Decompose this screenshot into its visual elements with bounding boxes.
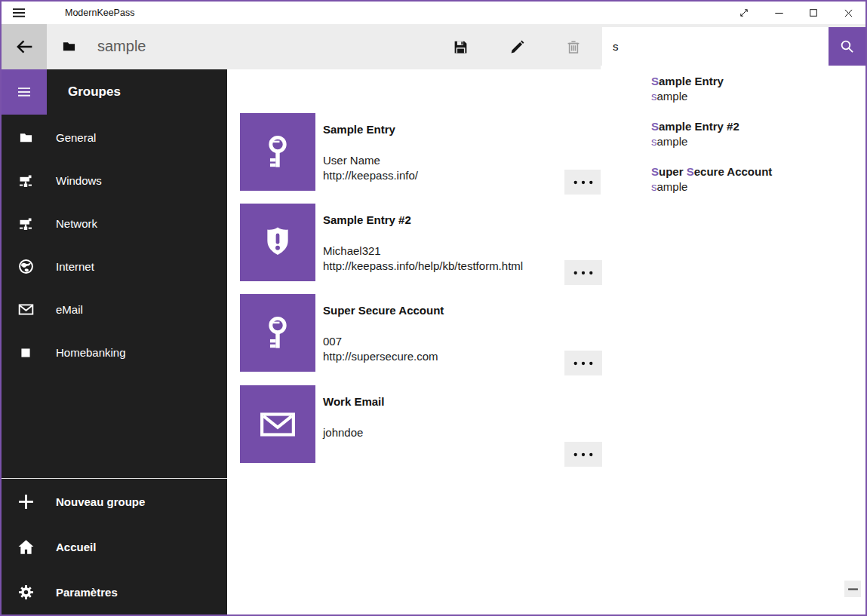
plus-icon [17,492,35,510]
fullscreen-button[interactable] [727,2,761,24]
entry-row-sample-entry-2[interactable]: Sample Entry #2 Michael321 http://keepas… [240,204,604,285]
network-icon [17,215,35,233]
search-suggestions-popup: Sample Entry sample Sample Entry #2 samp… [601,66,865,220]
entry-tile [240,294,315,372]
maximize-button[interactable] [796,2,831,24]
sidebar-item-email[interactable]: eMail [2,288,227,331]
maximize-icon [809,8,818,17]
edit-button[interactable] [497,24,536,69]
sidebar-item-label: General [56,131,96,144]
expand-icon [739,8,749,18]
minus-icon [847,583,859,596]
app-window: ModernKeePass sample Gro [0,0,867,616]
search-box [602,27,865,66]
back-arrow-icon [15,38,33,56]
gear-icon [17,583,35,601]
mail-icon [257,404,298,445]
sidebar-item-internet[interactable]: Internet [2,245,227,288]
sidebar-item-label: Network [56,217,97,230]
sidebar-item-homebanking[interactable]: Homebanking [2,331,227,374]
sidebar-item-label: Internet [56,260,94,273]
save-button[interactable] [441,24,480,69]
more-button[interactable] [564,351,602,375]
ellipsis-icon [573,179,594,185]
suggestion-item-sample-entry[interactable]: Sample Entry sample [651,74,865,104]
entry-title: Super Secure Account [323,304,444,317]
group-list: General Windows Network Internet eMail H… [2,116,227,374]
back-button[interactable] [2,24,47,69]
hamburger-icon [17,84,32,100]
entry-row-work-email[interactable]: Work Email johndoe [240,385,604,467]
minimize-button[interactable] [761,2,796,24]
suggestion-title: Sample Entry #2 [651,119,865,134]
entry-tile [240,204,315,281]
sidebar-item-label: Homebanking [56,346,126,359]
entry-username: User Name [323,153,380,168]
search-input[interactable] [602,27,829,66]
globe-icon [17,258,35,276]
entry-tile [240,385,315,463]
search-button[interactable] [829,27,865,66]
zoom-out-button[interactable] [844,581,861,597]
square-icon [17,344,35,362]
sidebar: Groupes General Windows Network Internet… [2,69,227,614]
database-icon [62,39,77,54]
entry-row-super-secure-account[interactable]: Super Secure Account 007 http://supersec… [240,294,604,375]
entry-row-sample-entry[interactable]: Sample Entry User Name http://keepass.in… [240,113,604,195]
close-button[interactable] [831,2,865,24]
search-magnifier-icon [840,39,854,54]
entry-url: http://keepass.info/ [323,168,418,183]
edit-pencil-icon [509,39,525,55]
title-bar: ModernKeePass [2,2,865,24]
folder-icon [17,129,35,147]
save-icon [453,39,469,55]
more-button[interactable] [564,260,602,285]
entry-username: Michael321 [323,244,381,259]
key-icon [257,313,298,354]
entry-tile [240,113,315,191]
ellipsis-icon [573,452,594,458]
sidebar-item-label: Accueil [56,541,96,553]
entry-title: Sample Entry [323,123,395,136]
more-button[interactable] [564,442,602,467]
suggestion-subtitle: sample [651,179,865,195]
entry-title: Sample Entry #2 [323,213,411,226]
database-title: sample [97,24,146,69]
sidebar-item-windows[interactable]: Windows [2,159,227,202]
ellipsis-icon [573,360,594,366]
more-button[interactable] [564,170,602,195]
close-icon [844,8,853,18]
entry-url: http://supersecure.com [323,349,438,364]
sidebar-item-label: Paramètres [56,586,118,599]
window-title: ModernKeePass [65,8,134,18]
sidebar-item-general[interactable]: General [2,116,227,159]
suggestion-subtitle: sample [651,134,865,149]
entry-title: Work Email [323,395,384,408]
appbar-actions [441,24,610,69]
groups-header: Groupes [68,69,121,115]
suggestion-title: Super Secure Account [651,164,865,179]
sidebar-item-new-group[interactable]: Nouveau groupe [2,479,227,524]
mail-icon [17,301,35,319]
sidebar-hamburger-button[interactable] [2,69,47,115]
window-controls [727,2,865,24]
ellipsis-icon [573,270,594,276]
sidebar-item-label: eMail [56,303,83,316]
sidebar-item-label: Nouveau groupe [56,495,145,508]
trash-icon [566,39,581,54]
sidebar-item-network[interactable]: Network [2,202,227,245]
suggestion-item-super-secure-account[interactable]: Super Secure Account sample [651,164,865,195]
entry-username: 007 [323,334,342,349]
titlebar-hamburger-button[interactable] [2,2,36,24]
sidebar-item-settings[interactable]: Paramètres [2,569,227,614]
key-icon [257,132,298,173]
sidebar-item-home[interactable]: Accueil [2,524,227,569]
entry-username: johndoe [323,425,363,440]
suggestion-title: Sample Entry [651,74,865,89]
sidebar-item-label: Windows [56,174,102,187]
suggestion-subtitle: sample [651,89,865,104]
home-icon [17,538,35,556]
delete-button[interactable] [554,24,593,69]
minimize-icon [774,8,784,18]
suggestion-item-sample-entry-2[interactable]: Sample Entry #2 sample [651,119,865,149]
